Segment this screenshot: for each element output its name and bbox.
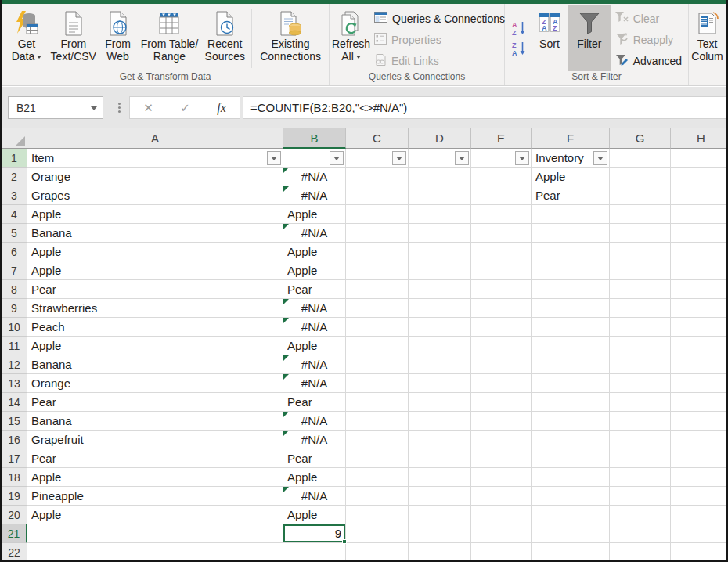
cell-G2[interactable]: [610, 168, 671, 186]
cell-F6[interactable]: [532, 243, 610, 261]
cell-D12[interactable]: [409, 355, 471, 374]
cell-F12[interactable]: [532, 355, 610, 374]
cell-B3[interactable]: #N/A: [283, 186, 346, 205]
cell-B16[interactable]: #N/A: [283, 431, 346, 449]
cell-H18[interactable]: [671, 468, 728, 487]
cell-E3[interactable]: [471, 186, 532, 205]
row-header-5[interactable]: 5: [2, 224, 27, 243]
cell-D22[interactable]: [409, 543, 471, 562]
row-header-17[interactable]: 17: [2, 449, 27, 468]
advanced-filter-button[interactable]: Advanced: [611, 50, 686, 71]
recent-sources-button[interactable]: Recent Sources: [200, 5, 249, 71]
cell-H22[interactable]: [671, 543, 728, 562]
cell-D21[interactable]: [409, 524, 471, 543]
cell-C18[interactable]: [346, 468, 409, 487]
cell-A16[interactable]: Grapefruit: [27, 431, 283, 449]
cell-A13[interactable]: Orange: [27, 374, 283, 393]
cell-C19[interactable]: [346, 487, 409, 506]
cell-A7[interactable]: Apple: [27, 261, 283, 280]
cell-A19[interactable]: Pineapple: [27, 487, 283, 506]
cell-D2[interactable]: [409, 168, 471, 186]
cell-D15[interactable]: [409, 412, 471, 431]
cell-E18[interactable]: [471, 468, 532, 487]
cell-H5[interactable]: [671, 224, 728, 243]
cell-C22[interactable]: [346, 543, 409, 562]
cell-D3[interactable]: [409, 186, 471, 205]
cell-F16[interactable]: [532, 431, 610, 449]
cell-D6[interactable]: [409, 243, 471, 261]
cell-F1[interactable]: Inventory: [532, 149, 610, 168]
cell-G12[interactable]: [610, 355, 671, 374]
cell-F4[interactable]: [532, 205, 610, 224]
cell-C10[interactable]: [346, 318, 409, 337]
cell-H11[interactable]: [671, 337, 728, 355]
cell-E8[interactable]: [471, 280, 532, 299]
cell-H20[interactable]: [671, 506, 728, 524]
cell-H6[interactable]: [671, 243, 728, 261]
formula-input[interactable]: =COUNTIF(B2:B20,"<>#N/A"): [243, 96, 726, 119]
filter-dropdown-B1[interactable]: [330, 151, 344, 165]
enter-button[interactable]: ✓: [180, 101, 190, 115]
cell-F22[interactable]: [532, 543, 610, 562]
cell-E16[interactable]: [471, 431, 532, 449]
cell-A5[interactable]: Banana: [27, 224, 283, 243]
cell-E1[interactable]: [471, 149, 532, 168]
cell-B17[interactable]: Pear: [283, 449, 346, 468]
cell-C9[interactable]: [346, 299, 409, 318]
cell-B5[interactable]: #N/A: [283, 224, 346, 243]
cell-A17[interactable]: Pear: [27, 449, 283, 468]
cell-F13[interactable]: [532, 374, 610, 393]
cell-C7[interactable]: [346, 261, 409, 280]
cell-D10[interactable]: [409, 318, 471, 337]
cell-G7[interactable]: [610, 261, 671, 280]
cell-F15[interactable]: [532, 412, 610, 431]
cell-F19[interactable]: [532, 487, 610, 506]
cell-B8[interactable]: Pear: [283, 280, 346, 299]
from-table-range-button[interactable]: From Table/ Range: [139, 5, 201, 71]
cell-B20[interactable]: Apple: [283, 506, 346, 524]
filter-dropdown-E1[interactable]: [515, 151, 529, 165]
cell-F8[interactable]: [532, 280, 610, 299]
cell-B18[interactable]: Apple: [283, 468, 346, 487]
cell-C5[interactable]: [346, 224, 409, 243]
cell-A4[interactable]: Apple: [27, 205, 283, 224]
row-header-8[interactable]: 8: [2, 280, 27, 299]
cell-C8[interactable]: [346, 280, 409, 299]
reapply-filter-button[interactable]: Reapply: [611, 29, 686, 50]
cell-H2[interactable]: [671, 168, 728, 186]
row-header-1[interactable]: 1: [2, 149, 27, 168]
existing-connections-button[interactable]: Existing Connections: [254, 5, 326, 71]
row-header-22[interactable]: 22: [2, 543, 27, 562]
column-header-H[interactable]: H: [671, 128, 728, 149]
cell-B22[interactable]: [283, 543, 346, 562]
row-header-10[interactable]: 10: [2, 318, 27, 337]
cell-C20[interactable]: [346, 506, 409, 524]
cell-F10[interactable]: [532, 318, 610, 337]
properties-button[interactable]: Properties: [370, 29, 509, 50]
cell-A20[interactable]: Apple: [27, 506, 283, 524]
cell-H14[interactable]: [671, 393, 728, 412]
cell-H9[interactable]: [671, 299, 728, 318]
row-header-14[interactable]: 14: [2, 393, 27, 412]
cell-E4[interactable]: [471, 205, 532, 224]
cell-C15[interactable]: [346, 412, 409, 431]
cell-C12[interactable]: [346, 355, 409, 374]
cell-E19[interactable]: [471, 487, 532, 506]
cell-D20[interactable]: [409, 506, 471, 524]
filter-dropdown-D1[interactable]: [455, 151, 469, 165]
select-all-button[interactable]: [2, 128, 27, 149]
cell-A6[interactable]: Apple: [27, 243, 283, 261]
row-header-12[interactable]: 12: [2, 355, 27, 374]
filter-button[interactable]: Filter: [568, 5, 611, 71]
column-header-D[interactable]: D: [409, 128, 471, 149]
cell-G17[interactable]: [610, 449, 671, 468]
cell-E17[interactable]: [471, 449, 532, 468]
cell-F3[interactable]: Pear: [532, 186, 610, 205]
cell-E2[interactable]: [471, 168, 532, 186]
cell-C21[interactable]: [346, 524, 409, 543]
cell-F11[interactable]: [532, 337, 610, 355]
cell-H10[interactable]: [671, 318, 728, 337]
cell-H8[interactable]: [671, 280, 728, 299]
cell-H13[interactable]: [671, 374, 728, 393]
cell-A2[interactable]: Orange: [27, 168, 283, 186]
